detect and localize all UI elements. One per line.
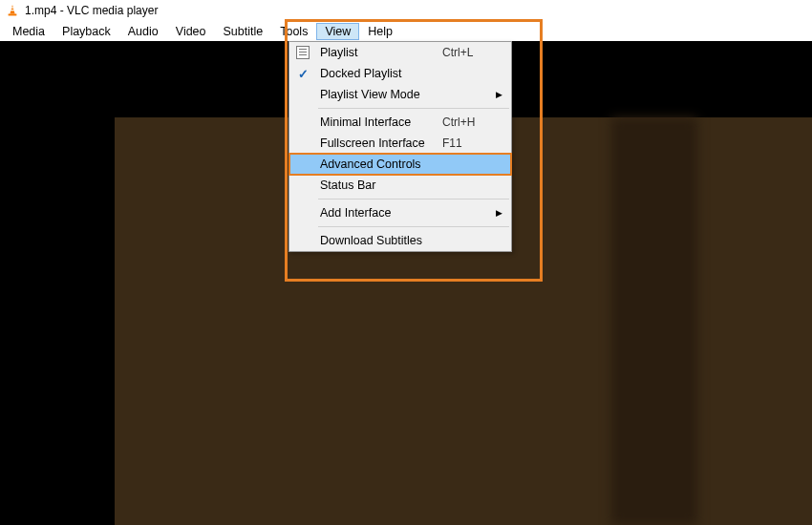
menu-advanced-controls[interactable]: Advanced Controls [289,154,511,175]
menu-view[interactable]: View [316,23,359,40]
menu-subtitle[interactable]: Subtitle [215,23,272,40]
menu-add-interface-label: Add Interface [316,206,442,220]
menu-minimal-interface[interactable]: Minimal Interface Ctrl+H [289,112,511,133]
menu-playlist-view-mode-label: Playlist View Mode [316,88,442,101]
menu-playlist-view-mode[interactable]: Playlist View Mode ▶ [289,84,511,105]
menu-download-subtitles[interactable]: Download Subtitles [289,230,511,251]
submenu-arrow-icon: ▶ [496,208,511,218]
menu-media[interactable]: Media [4,23,53,40]
menu-help[interactable]: Help [359,23,401,40]
menu-playlist-accel: Ctrl+L [442,46,496,59]
menubar: Media Playback Audio Video Subtitle Tool… [0,21,812,41]
menu-tools[interactable]: Tools [271,23,316,40]
menu-playback[interactable]: Playback [53,23,119,40]
svg-marker-0 [10,5,14,14]
menu-playlist-label: Playlist [316,46,442,59]
menu-fullscreen-interface-label: Fullscreen Interface [316,136,442,150]
menu-separator [318,199,509,200]
menu-add-interface[interactable]: Add Interface ▶ [289,202,511,223]
menu-advanced-controls-label: Advanced Controls [316,158,442,171]
menu-status-bar[interactable]: Status Bar [289,175,511,196]
submenu-arrow-icon: ▶ [496,90,511,99]
menu-download-subtitles-label: Download Subtitles [316,234,442,247]
menu-docked-playlist-label: Docked Playlist [316,67,442,80]
menu-audio[interactable]: Audio [119,23,167,40]
menu-fullscreen-interface[interactable]: Fullscreen Interface F11 [289,133,511,154]
menu-video[interactable]: Video [167,23,215,40]
menu-status-bar-label: Status Bar [316,178,442,192]
checkmark-icon: ✓ [289,67,316,81]
playlist-icon [289,46,316,59]
menu-minimal-interface-label: Minimal Interface [316,116,442,129]
titlebar: 1.mp4 - VLC media player [0,0,812,21]
menu-separator [318,108,509,109]
menu-fullscreen-interface-accel: F11 [442,136,496,150]
svg-rect-1 [11,8,14,9]
menu-docked-playlist[interactable]: ✓ Docked Playlist [289,63,511,84]
menu-minimal-interface-accel: Ctrl+H [442,116,496,129]
window-title: 1.mp4 - VLC media player [25,4,158,17]
svg-rect-3 [9,14,17,16]
menu-separator [318,226,509,227]
svg-rect-2 [10,10,14,10]
vlc-cone-icon [6,4,19,17]
menu-playlist[interactable]: Playlist Ctrl+L [289,42,511,63]
view-dropdown: Playlist Ctrl+L ✓ Docked Playlist Playli… [288,41,512,252]
